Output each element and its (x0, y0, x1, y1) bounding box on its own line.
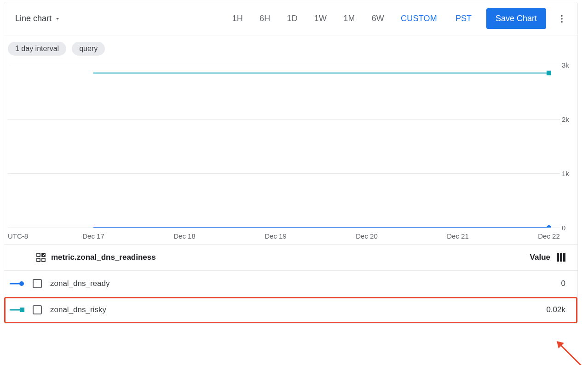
range-1m[interactable]: 1M (335, 10, 363, 27)
chip-query[interactable]: query (72, 42, 105, 56)
x-tick-label: Dec 22 (538, 232, 560, 240)
range-6h[interactable]: 6H (251, 10, 278, 27)
annotation-arrow-icon (556, 340, 583, 365)
range-1w[interactable]: 1W (306, 10, 335, 27)
y-tick-label: 1k (562, 170, 576, 177)
range-1d[interactable]: 1D (278, 10, 306, 27)
x-tick-label: Dec 21 (447, 232, 469, 240)
series-value: 0.02k (546, 305, 565, 314)
svg-rect-4 (37, 258, 40, 262)
svg-point-8 (19, 281, 24, 286)
y-tick-label: 0 (562, 224, 576, 232)
legend-row[interactable]: zonal_dns_ready0 (4, 271, 577, 297)
chart-area[interactable]: 01k2k3k UTC-8 Dec 17Dec 18Dec 19Dec 20De… (4, 60, 577, 244)
chart-toolbar: Line chart 1H 6H 1D 1W 1M 6W CUSTOM PST … (4, 2, 577, 35)
series-marker-icon (10, 280, 24, 287)
time-range-group: 1H 6H 1D 1W 1M 6W CUSTOM PST Save Chart (224, 8, 571, 29)
series-marker-icon (10, 306, 24, 314)
series-checkbox[interactable] (33, 305, 42, 314)
chart-plot: 01k2k3k (8, 65, 560, 228)
svg-point-0 (561, 15, 563, 17)
svg-rect-5 (42, 258, 45, 262)
chart-type-selector[interactable]: Line chart (13, 11, 63, 26)
filter-chips: 1 day interval query (4, 35, 577, 56)
legend-header: metric.zonal_dns_readiness Value (4, 244, 577, 271)
x-axis-origin: UTC-8 (8, 232, 28, 240)
x-tick-label: Dec 17 (82, 232, 104, 240)
breakdown-icon (36, 253, 46, 262)
caret-down-icon (54, 16, 61, 22)
series-value: 0 (561, 279, 565, 288)
y-tick-label: 2k (562, 115, 576, 123)
chart-svg (8, 65, 560, 228)
svg-rect-10 (20, 308, 24, 312)
columns-icon[interactable] (557, 253, 565, 262)
value-column-header: Value (530, 253, 550, 262)
svg-point-1 (561, 18, 563, 20)
svg-line-11 (559, 344, 581, 365)
more-options-button[interactable] (553, 10, 571, 28)
series-name-label: zonal_dns_risky (50, 305, 106, 314)
legend-row[interactable]: zonal_dns_risky0.02k (4, 297, 577, 323)
series-end-marker (547, 71, 551, 75)
save-chart-button[interactable]: Save Chart (486, 8, 546, 29)
y-tick-label: 3k (562, 61, 576, 69)
series-end-marker (547, 225, 551, 228)
svg-rect-3 (37, 253, 40, 257)
x-tick-label: Dec 20 (356, 232, 378, 240)
range-1h[interactable]: 1H (224, 10, 251, 27)
legend-rows: zonal_dns_ready0zonal_dns_risky0.02k (4, 271, 577, 323)
chip-interval[interactable]: 1 day interval (8, 42, 66, 56)
range-6w[interactable]: 6W (363, 10, 392, 27)
series-checkbox[interactable] (33, 279, 42, 288)
more-vert-icon (557, 14, 567, 24)
svg-marker-12 (557, 341, 564, 348)
legend-group-title: metric.zonal_dns_readiness (51, 253, 156, 262)
chart-type-label: Line chart (15, 14, 52, 23)
series-name-label: zonal_dns_ready (50, 279, 110, 288)
range-custom[interactable]: CUSTOM (392, 10, 445, 27)
x-tick-label: Dec 18 (173, 232, 196, 240)
metrics-panel: Line chart 1H 6H 1D 1W 1M 6W CUSTOM PST … (4, 2, 578, 324)
gridline (8, 228, 560, 228)
svg-point-2 (561, 21, 563, 23)
timezone-selector[interactable]: PST (445, 10, 482, 27)
x-axis: UTC-8 Dec 17Dec 18Dec 19Dec 20Dec 21Dec … (8, 232, 560, 244)
x-tick-label: Dec 19 (265, 232, 287, 240)
